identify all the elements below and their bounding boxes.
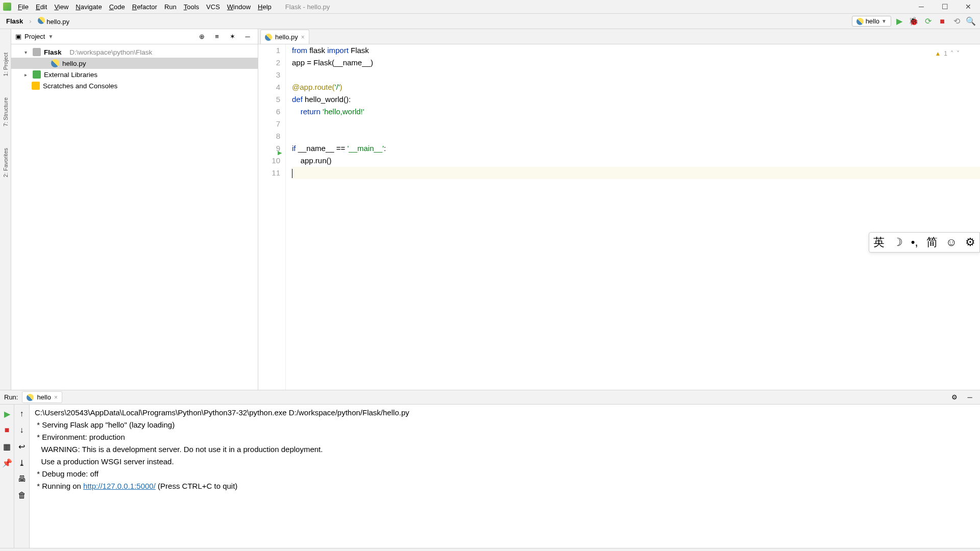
editor-area: hello.py × ▲ 1 ˄ ˅ 1234567891011 ▶ from … (258, 29, 980, 390)
stop-button[interactable]: ■ (936, 15, 948, 28)
menu-navigate[interactable]: Navigate (72, 2, 105, 12)
ime-settings-icon[interactable]: ⚙ (965, 236, 975, 249)
close-button[interactable]: ✕ (957, 0, 980, 14)
menu-view[interactable]: View (51, 2, 72, 12)
run-console[interactable]: C:\Users\20543\AppData\Local\Programs\Py… (30, 405, 980, 548)
ime-moon-icon[interactable]: ☽ (893, 236, 903, 249)
project-view-icon: ▣ (15, 33, 21, 40)
menu-code[interactable]: Code (106, 2, 129, 12)
menu-vcs[interactable]: VCS (203, 2, 224, 12)
menu-tools[interactable]: Tools (180, 2, 203, 12)
ime-lang-icon[interactable]: 英 (873, 235, 885, 250)
left-tool-strip: 1: Project 7: Structure 2: Favorites (0, 29, 11, 390)
menu-run[interactable]: Run (161, 2, 180, 12)
menu-edit[interactable]: Edit (32, 2, 51, 12)
sidebar-tab-project[interactable]: 1: Project (2, 49, 10, 79)
tree-root-folder[interactable]: ▾ Flask D:\workspace\python\Flask (11, 46, 258, 58)
locate-file-icon[interactable]: ⊕ (195, 31, 208, 43)
ime-toolbar[interactable]: 英 ☽ •, 简 ☺ ⚙ (869, 232, 980, 253)
project-panel-header: ▣ Project ▼ ⊕ ≡ ✶ ─ (11, 29, 258, 44)
run-gutter-icon[interactable]: ▶ (278, 146, 282, 159)
close-tab-icon[interactable]: × (54, 394, 58, 401)
code-editor[interactable]: ▲ 1 ˄ ˅ 1234567891011 ▶ from flask impor… (258, 44, 980, 390)
titlebar: File Edit View Navigate Code Refactor Ru… (0, 0, 980, 14)
scroll-down-icon[interactable]: ↓ (16, 424, 28, 436)
line-number-gutter: 1234567891011 (258, 44, 286, 390)
chevron-down-icon[interactable]: ˅ (957, 47, 960, 60)
scroll-to-end-icon[interactable]: ⤓ (16, 457, 28, 469)
hide-panel-icon[interactable]: ─ (964, 391, 976, 404)
layout-icon[interactable]: ▦ (1, 440, 13, 453)
chevron-down-icon: ▼ (881, 18, 887, 24)
project-panel: ▣ Project ▼ ⊕ ≡ ✶ ─ ▾ Flask D:\workspace… (11, 29, 258, 390)
ime-punct-icon[interactable]: •, (911, 236, 918, 249)
stop-button[interactable]: ■ (1, 424, 13, 436)
ime-simplified-icon[interactable]: 简 (926, 235, 938, 250)
run-settings-icon[interactable]: ⚙ (948, 391, 961, 404)
run-toolbar-primary: ▶ ■ ▦ 📌 (0, 405, 14, 548)
code-lines[interactable]: from flask import Flaskapp = Flask(__nam… (286, 44, 980, 390)
settings-icon[interactable]: ✶ (226, 31, 238, 43)
editor-inspection-status[interactable]: ▲ 1 ˄ ˅ (935, 47, 960, 60)
chevron-up-icon[interactable]: ˄ (950, 47, 953, 60)
chevron-down-icon[interactable]: ▾ (24, 49, 30, 55)
expand-all-icon[interactable]: ≡ (211, 31, 223, 43)
update-button[interactable]: ⟲ (950, 15, 963, 28)
menu-refactor[interactable]: Refactor (129, 2, 161, 12)
debug-button[interactable]: 🐞 (908, 15, 920, 28)
run-tool-window: Run: hello × ⚙ ─ ▶ ■ ▦ 📌 ↑ ↓ ↩ ⤓ 🖶 🗑 C:\… (0, 390, 980, 548)
menu-window[interactable]: Window (224, 2, 254, 12)
maximize-button[interactable]: ☐ (933, 0, 957, 14)
run-config-selector[interactable]: hello ▼ (852, 16, 891, 27)
tree-external-libraries[interactable]: ▸ External Libraries (11, 69, 258, 80)
close-tab-icon[interactable]: × (301, 34, 305, 41)
collapse-icon[interactable]: ─ (241, 31, 254, 43)
python-file-icon (38, 17, 45, 24)
flask-icon (856, 18, 864, 25)
library-icon (33, 70, 41, 79)
warning-icon: ▲ (935, 47, 941, 60)
tree-scratches[interactable]: Scratches and Consoles (11, 80, 258, 91)
editor-tab-hello[interactable]: hello.py × (260, 30, 309, 44)
python-file-icon (265, 34, 272, 41)
chevron-right-icon[interactable]: ▸ (24, 72, 30, 78)
run-toolbar-secondary: ↑ ↓ ↩ ⤓ 🖶 🗑 (14, 405, 30, 548)
print-icon[interactable]: 🖶 (16, 473, 28, 485)
coverage-button[interactable]: ⟳ (922, 15, 934, 28)
editor-tab-bar: hello.py × (258, 29, 980, 44)
menu-help[interactable]: Help (254, 2, 275, 12)
clear-icon[interactable]: 🗑 (16, 489, 28, 502)
rerun-button[interactable]: ▶ (1, 408, 13, 420)
bottom-tool-tabs: ▶ 4: Run ☑ TODO ⊘ 6: Problems ⌨ Terminal… (0, 548, 980, 551)
minimize-button[interactable]: ─ (910, 0, 933, 14)
chevron-down-icon[interactable]: ▼ (48, 34, 53, 39)
breadcrumb-file[interactable]: hello.py (35, 16, 72, 27)
project-tree: ▾ Flask D:\workspace\python\Flask hello.… (11, 44, 258, 390)
run-button[interactable]: ▶ (893, 15, 905, 28)
run-label: Run: (4, 393, 18, 401)
flask-icon (27, 394, 34, 401)
scratches-icon (32, 82, 40, 90)
main-area: 1: Project 7: Structure 2: Favorites ▣ P… (0, 29, 980, 390)
search-button[interactable]: 🔍 (965, 15, 977, 28)
folder-icon (33, 48, 41, 56)
chevron-right-icon: › (29, 17, 31, 25)
breadcrumb: Flask › hello.py (3, 16, 72, 27)
soft-wrap-icon[interactable]: ↩ (16, 440, 28, 453)
breadcrumb-root[interactable]: Flask (3, 16, 26, 26)
pin-icon[interactable]: 📌 (1, 457, 13, 469)
toolbar: Flask › hello.py hello ▼ ▶ 🐞 ⟳ ■ ⟲ 🔍 (0, 14, 980, 29)
run-tool-header: Run: hello × ⚙ ─ (0, 390, 980, 405)
ime-emoji-icon[interactable]: ☺ (946, 236, 957, 249)
window-title: Flask - hello.py (285, 3, 910, 11)
run-tab-hello[interactable]: hello × (22, 391, 62, 403)
scroll-up-icon[interactable]: ↑ (16, 408, 28, 420)
python-file-icon (51, 59, 59, 67)
project-panel-title[interactable]: Project (24, 33, 45, 40)
tree-file-hello[interactable]: hello.py (11, 58, 258, 69)
sidebar-tab-structure[interactable]: 7: Structure (2, 94, 10, 130)
app-icon (3, 3, 11, 11)
menu-file[interactable]: File (14, 2, 32, 12)
sidebar-tab-favorites[interactable]: 2: Favorites (2, 145, 10, 180)
console-link[interactable]: http://127.0.0.1:5000/ (83, 482, 156, 490)
